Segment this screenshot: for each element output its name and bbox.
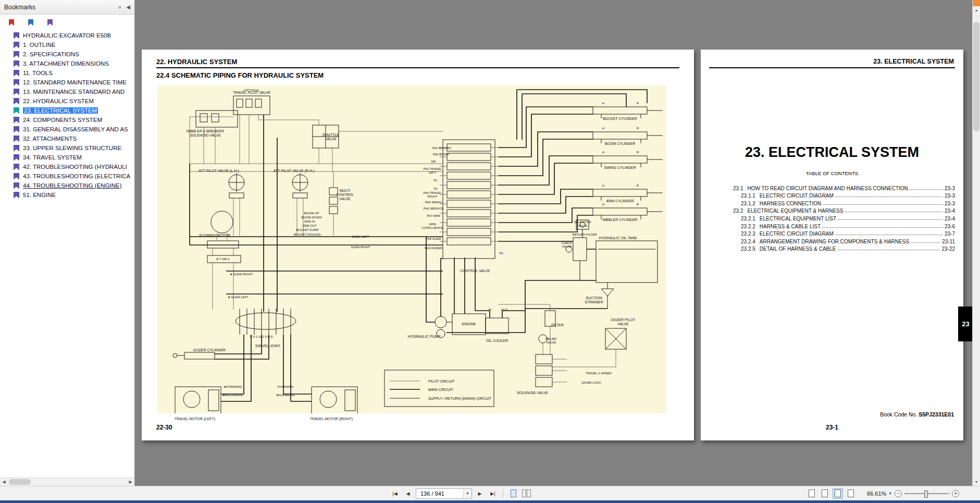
bookmark-item[interactable]: 42. TROUBLESHOOTING (HYDRAULI bbox=[0, 162, 134, 171]
bookmark-label: 31. GENERAL DISASSEMBLY AND AS bbox=[23, 126, 128, 132]
schematic-label: FILTER bbox=[551, 323, 564, 327]
bookmark-item[interactable]: 1. OUTLINE bbox=[0, 40, 134, 50]
toc-entry[interactable]: 23.2.3ELECTRIC CIRCUIT DIAGRAM23-7 bbox=[733, 229, 955, 237]
facing-page-view-button[interactable] bbox=[521, 488, 532, 499]
bookmark-label: 22. HYDRAULIC SYSTEM bbox=[23, 98, 94, 104]
schematic-label: P3 bbox=[499, 252, 503, 255]
single-page-view-button[interactable] bbox=[508, 488, 518, 499]
schematic-label: DOZER PILOT VALVE bbox=[611, 318, 636, 326]
toc-entry[interactable]: 23.2.2HARNESS & CABLE LIST23-6 bbox=[733, 222, 955, 229]
toc-entry-number: 23.1.2 bbox=[741, 201, 755, 206]
bookmarks-horizontal-scrollbar[interactable]: ◀ ▶ bbox=[0, 477, 134, 486]
next-page-button[interactable]: ▶ bbox=[475, 488, 485, 499]
schematic-label: Pb5 SWING bbox=[425, 201, 442, 204]
previous-page-button[interactable]: ◀ bbox=[403, 488, 413, 499]
fit-page-button[interactable] bbox=[820, 488, 830, 499]
toc-entry[interactable]: 23.2.5DETAIL OF HARNESS & CABLE23-22 bbox=[733, 244, 955, 252]
bookmark-item[interactable]: 44. TROUBLESHOOTING (ENGINE) bbox=[0, 181, 134, 190]
bookmark-item[interactable]: 34. TRAVEL SYSTEM bbox=[0, 153, 134, 162]
bookmark-blue-icon bbox=[28, 19, 33, 26]
zoom-slider[interactable] bbox=[904, 488, 949, 499]
schematic-label: SOLENOID VALVE bbox=[517, 391, 548, 395]
bookmark-icon bbox=[14, 145, 19, 152]
toc-entry-label: ELECTRICAL EQUIPMENT & HARNESS bbox=[747, 208, 843, 214]
toc-entry[interactable]: 23.1.1ELECTRIC CIRCUIT DIAGRAM23-3 bbox=[733, 191, 955, 199]
bookmark-item[interactable]: 22. HYDRAULIC SYSTEM bbox=[0, 96, 134, 106]
bookmark-label: 34. TRAVEL SYSTEM bbox=[23, 154, 82, 161]
page-number-field[interactable]: 136 / 941 ▼ bbox=[416, 488, 472, 499]
bookmark-item[interactable]: 31. GENERAL DISASSEMBLY AND AS bbox=[0, 125, 134, 134]
bookmark-item[interactable]: 2. SPECIFICATIONS bbox=[0, 50, 134, 59]
schematic-label: H bbox=[602, 151, 604, 154]
bookmark-label: 51. ENGINE bbox=[23, 192, 56, 198]
book-code-value: S5PJ2331E01 bbox=[919, 411, 954, 418]
bookmark-item[interactable]: 23. ELECTRICAL SYSTEM bbox=[0, 106, 134, 115]
toc-leader-dots bbox=[822, 227, 943, 228]
bookmark-item[interactable]: HYDRAULIC EXCAVATOR E50B bbox=[0, 31, 134, 40]
schematic-label: SWIVEL JOINT bbox=[255, 344, 280, 348]
toc-entry[interactable]: 23.2ELECTRICAL EQUIPMENT & HARNESS23-4 bbox=[733, 206, 955, 214]
actual-size-button[interactable] bbox=[807, 488, 817, 499]
bookmark-item[interactable]: 43. TROUBLESHOOTING (ELECTRICA bbox=[0, 171, 134, 181]
toc-leader-dots bbox=[845, 212, 943, 212]
zoom-in-button[interactable]: + bbox=[952, 490, 959, 497]
bookmark-icon bbox=[14, 89, 19, 95]
last-page-button[interactable]: ▶| bbox=[488, 488, 498, 499]
zoom-slider-thumb[interactable] bbox=[924, 490, 928, 498]
facing-page-icon bbox=[522, 489, 526, 497]
bookmark-label: 33. UPPER SLEWING STRUCTURE bbox=[23, 145, 121, 151]
bookmarks-panel: Bookmarks » ◀ HYDRAULIC EXCAVATOR E50B1.… bbox=[0, 0, 135, 486]
expand-bookmarks-button[interactable] bbox=[5, 17, 18, 28]
scroll-left-icon[interactable]: ◀ bbox=[0, 480, 8, 484]
bookmark-label: 24. COMPONENTS SYSTEM bbox=[23, 117, 102, 123]
scroll-down-icon[interactable]: ▼ bbox=[973, 479, 980, 485]
schematic-label: IN bbox=[488, 308, 491, 312]
collapse-bookmarks-button[interactable] bbox=[24, 17, 37, 28]
vertical-scrollbar[interactable]: ▲ ▼ bbox=[972, 0, 980, 486]
bookmark-icon bbox=[14, 154, 19, 161]
bookmark-label: 43. TROUBLESHOOTING (ELECTRICA bbox=[23, 173, 130, 179]
toc-entry[interactable]: 23.1HOW TO READ CIRCUIT DIAGRAM AND HARN… bbox=[733, 183, 955, 191]
bookmark-red-icon bbox=[9, 19, 14, 26]
zoom-out-button[interactable]: − bbox=[895, 490, 902, 497]
scroll-right-icon[interactable]: ▶ bbox=[127, 480, 134, 484]
scroll-up-icon[interactable]: ▲ bbox=[973, 7, 980, 14]
schematic-label: FORWARD bbox=[278, 385, 294, 389]
schematic-label: OIL COOLER bbox=[486, 339, 508, 343]
bookmark-item[interactable]: 11. TOOLS bbox=[0, 68, 134, 78]
fit-visible-button[interactable] bbox=[833, 488, 843, 499]
panel-collapse-icon[interactable]: ◀ bbox=[126, 4, 130, 10]
bookmark-item[interactable]: 32. ATTACHMENTS bbox=[0, 134, 134, 143]
hscroll-track[interactable] bbox=[8, 478, 127, 486]
schematic-label: ◄FORWARD bbox=[223, 385, 242, 389]
bookmark-item[interactable]: 24. COMPONENTS SYSTEM bbox=[0, 115, 134, 125]
bookmark-item[interactable]: 13. MAINTENANCE STANDARD AND bbox=[0, 87, 134, 96]
first-page-button[interactable]: |◀ bbox=[390, 488, 400, 499]
vscroll-thumb[interactable] bbox=[973, 22, 979, 131]
schematic-label: R bbox=[637, 184, 639, 188]
toc-entry[interactable]: 23.2.4ARRANGEMENT DRAWING FOR COMPONENTS… bbox=[733, 237, 955, 244]
bookmark-list: HYDRAULIC EXCAVATOR E50B1. OUTLINE2. SPE… bbox=[0, 30, 134, 200]
toc-leader-dots bbox=[911, 242, 940, 243]
panel-dock-icon[interactable]: » bbox=[118, 4, 121, 10]
locate-bookmark-button[interactable] bbox=[44, 17, 56, 28]
zoom-level-value: 66.61% bbox=[867, 490, 886, 497]
toc-entry-page: 23-3 bbox=[945, 193, 955, 199]
bookmark-item[interactable]: 3. ATTACHMENT DIMENSIONS bbox=[0, 59, 134, 68]
table-of-contents: 23.1HOW TO READ CIRCUIT DIAGRAM AND HARN… bbox=[733, 183, 955, 252]
toc-entry-page: 23-7 bbox=[945, 231, 955, 237]
fit-width-button[interactable] bbox=[846, 488, 856, 499]
zoom-level-select[interactable]: 66.61% ▼ bbox=[867, 490, 892, 497]
chevron-down-icon[interactable]: ▼ bbox=[463, 489, 472, 498]
toc-entry[interactable]: 23.1.2HARNESS CONNECTION23-3 bbox=[733, 199, 955, 206]
right-page-header: 23. ELECTRICAL SYSTEM bbox=[873, 58, 954, 65]
toc-entry-label: ARRANGEMENT DRAWING FOR COMPONENTS & HAR… bbox=[760, 239, 909, 244]
fit-page-icon bbox=[822, 489, 828, 497]
schematic-label: ENGINE bbox=[462, 322, 476, 326]
bookmark-item[interactable]: 12. STANDARD MAINTENANCE TIME bbox=[0, 78, 134, 87]
page-number-value: 136 / 941 bbox=[420, 490, 444, 497]
hscroll-thumb[interactable] bbox=[9, 479, 31, 485]
bookmark-item[interactable]: 51. ENGINE bbox=[0, 190, 134, 200]
bookmark-item[interactable]: 33. UPPER SLEWING STRUCTURE bbox=[0, 143, 134, 153]
toc-entry[interactable]: 23.2.1ELECTRICAL EQUIPMENT LIST23-4 bbox=[733, 214, 955, 222]
